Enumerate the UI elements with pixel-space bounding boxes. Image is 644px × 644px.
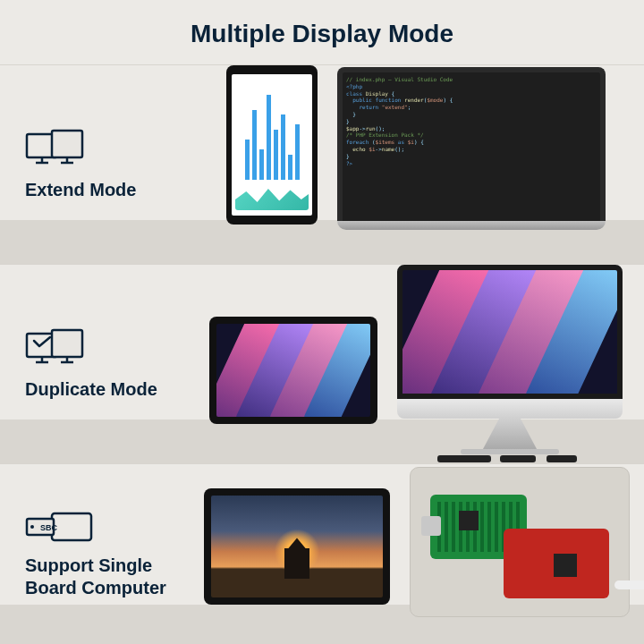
visual-sbc	[204, 464, 630, 644]
row-duplicate: Duplicate Mode	[0, 264, 644, 463]
chip-icon	[554, 554, 577, 577]
portable-display	[204, 488, 390, 605]
label-col: Extend Mode	[25, 129, 204, 201]
label-col: SBC Support Single Board Computer	[25, 510, 204, 599]
extend-mode-icon	[25, 129, 204, 170]
laptop: // index.php — Visual Studio Code <?php …	[337, 67, 606, 230]
visual-duplicate	[204, 265, 628, 463]
chip-icon	[459, 511, 479, 530]
display-rear	[410, 467, 630, 617]
sunset-wallpaper	[211, 496, 383, 597]
sbc-board	[430, 486, 609, 598]
area-chart-icon	[235, 183, 309, 210]
code-editor: // index.php — Visual Studio Code <?php …	[337, 67, 606, 221]
page: Multiple Display Mode Extend Mode	[0, 0, 644, 644]
portable-display	[226, 65, 318, 225]
visual-extend: // index.php — Visual Studio Code <?php …	[204, 65, 628, 264]
desktop-monitor	[397, 265, 623, 454]
portable-display	[209, 317, 377, 424]
usb-port-icon	[421, 516, 441, 536]
svg-point-14	[30, 525, 34, 529]
sbc-icon: SBC	[25, 510, 204, 546]
cable-icon	[547, 455, 577, 462]
row-label: Extend Mode	[25, 179, 204, 201]
row-sbc: SBC Support Single Board Computer	[0, 463, 644, 644]
row-label: Support Single Board Computer	[25, 555, 204, 599]
power-cable-icon	[614, 580, 644, 589]
svg-rect-3	[52, 131, 82, 157]
row-extend: Extend Mode // index.php — Visual Studio…	[0, 64, 644, 264]
page-title: Multiple Display Mode	[0, 0, 644, 64]
svg-rect-9	[52, 330, 82, 357]
svg-rect-12	[52, 513, 91, 540]
row-label: Duplicate Mode	[25, 378, 204, 401]
bar-chart-icon	[235, 80, 309, 180]
cable-icon	[437, 455, 491, 462]
cable-icon	[500, 455, 536, 462]
label-col: Duplicate Mode	[25, 328, 204, 401]
sbc-badge-text: SBC	[40, 523, 58, 532]
duplicate-mode-icon	[25, 328, 204, 369]
